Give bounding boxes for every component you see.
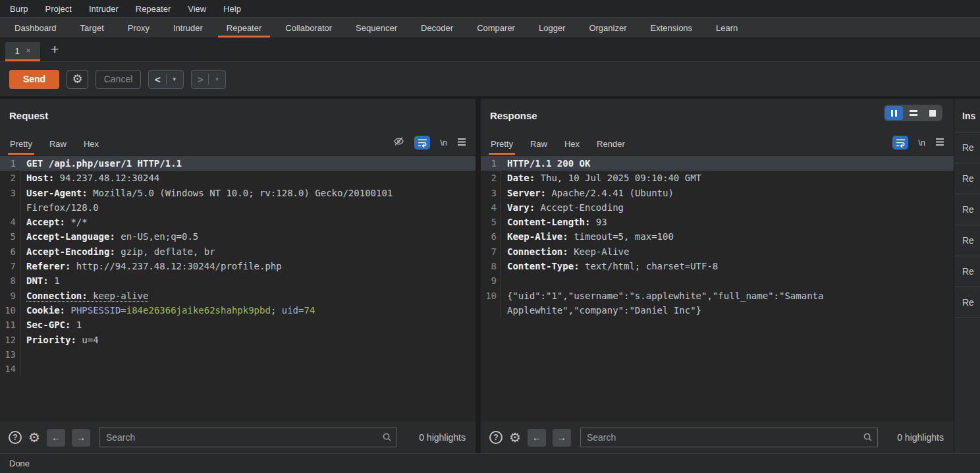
inspector-section-5[interactable]: Re — [954, 256, 980, 287]
menu-item-burp[interactable]: Burp — [1, 4, 36, 14]
next-match-button[interactable]: → — [553, 429, 571, 447]
tab-dashboard[interactable]: Dashboard — [3, 18, 68, 38]
newline-icon[interactable]: \n — [440, 138, 447, 148]
tab-sequencer[interactable]: Sequencer — [344, 18, 409, 38]
tab-learn[interactable]: Learn — [704, 18, 749, 38]
tab-decoder[interactable]: Decoder — [409, 18, 465, 38]
wrap-lines-icon[interactable] — [414, 136, 430, 150]
layout-columns-button[interactable] — [885, 106, 903, 120]
request-editor[interactable]: 1GET /api.php/user/1 HTTP/1.12Host: 94.2… — [0, 155, 476, 422]
tab-collaborator[interactable]: Collaborator — [273, 18, 344, 38]
dropdown-arrow-icon[interactable]: ▼ — [214, 76, 219, 82]
search-input[interactable] — [580, 428, 878, 447]
inspector-section-2[interactable]: Re — [954, 163, 980, 194]
line-content: Referer: http://94.237.48.12:30244/profi… — [20, 259, 476, 273]
repeater-tab-1[interactable]: 1 × — [5, 42, 40, 61]
gear-icon[interactable]: ⚙ — [509, 431, 521, 444]
request-tab-raw[interactable]: Raw — [41, 134, 75, 155]
line-number: 8 — [481, 259, 501, 273]
forward-button[interactable]: > ▼ — [191, 70, 227, 89]
response-editor[interactable]: 1HTTP/1.1 200 OK2Date: Thu, 10 Jul 2025 … — [481, 155, 954, 422]
back-button[interactable]: < ▼ — [148, 70, 184, 89]
help-icon[interactable]: ? — [9, 431, 22, 444]
line-number: 7 — [481, 244, 501, 259]
close-tab-icon[interactable]: × — [26, 46, 31, 55]
tab-proxy[interactable]: Proxy — [116, 18, 161, 38]
line-number: 7 — [0, 259, 20, 273]
line-content: Cookie: PHPSESSID=i84e26366jaike62shahpk… — [20, 303, 476, 318]
pause-icon — [895, 110, 897, 117]
status-text: Done — [9, 459, 30, 468]
search-box — [580, 428, 878, 447]
code-line: 12Priority: u=4 — [0, 333, 476, 347]
tab-extensions[interactable]: Extensions — [639, 18, 705, 38]
layout-buttons — [884, 105, 942, 121]
highlights-count: 0 highlights — [419, 432, 467, 443]
previous-match-button[interactable]: ← — [528, 429, 546, 447]
menu-icon[interactable] — [457, 137, 466, 149]
tab-comparer[interactable]: Comparer — [465, 18, 527, 38]
repeater-workspace: Request PrettyRawHex — [0, 97, 980, 453]
code-line: 3Server: Apache/2.4.41 (Ubuntu) — [481, 186, 954, 200]
search-input[interactable] — [99, 428, 397, 447]
tab-intruder[interactable]: Intruder — [161, 18, 215, 38]
menu-item-view[interactable]: View — [179, 4, 215, 14]
send-settings-button[interactable]: ⚙ — [67, 70, 88, 89]
response-panel: Response PrettyRawHexRender \n 1HTTP/1.1… — [481, 99, 954, 453]
response-tab-raw[interactable]: Raw — [522, 134, 556, 155]
request-tab-pretty[interactable]: Pretty — [1, 134, 41, 155]
menu-item-intruder[interactable]: Intruder — [80, 4, 127, 14]
layout-rows-button[interactable] — [904, 106, 922, 120]
layout-single-button[interactable] — [923, 106, 941, 120]
code-line: 6Keep-Alive: timeout=5, max=100 — [481, 229, 954, 244]
dropdown-arrow-icon[interactable]: ▼ — [172, 76, 177, 82]
line-number: 9 — [0, 289, 20, 303]
divider — [208, 74, 209, 85]
response-search-bar: ? ⚙ ← → 0 highlights — [481, 422, 954, 453]
cancel-button[interactable]: Cancel — [95, 70, 141, 89]
request-view-tabs: PrettyRawHex \n — [0, 132, 476, 155]
response-tab-render[interactable]: Render — [588, 134, 634, 155]
menu-item-repeater[interactable]: Repeater — [127, 4, 179, 14]
repeater-tab-bar: 1 × + — [0, 38, 980, 62]
inspector-section-3[interactable]: Re — [954, 194, 980, 225]
tab-target[interactable]: Target — [68, 18, 116, 38]
code-line: 2Date: Thu, 10 Jul 2025 09:10:40 GMT — [481, 171, 954, 185]
tab-organizer[interactable]: Organizer — [577, 18, 638, 38]
hide-nonprinting-icon[interactable] — [393, 136, 404, 150]
response-tab-pretty[interactable]: Pretty — [482, 134, 522, 155]
request-panel-header: Request — [0, 99, 476, 132]
inspector-section-6[interactable]: Re — [954, 287, 980, 318]
tab-logger[interactable]: Logger — [527, 18, 577, 38]
line-number: 2 — [481, 171, 501, 185]
gear-icon[interactable]: ⚙ — [28, 431, 40, 444]
request-tab-hex[interactable]: Hex — [75, 134, 107, 155]
help-icon[interactable]: ? — [489, 431, 503, 444]
menu-item-help[interactable]: Help — [215, 4, 250, 14]
code-line: 9 — [481, 273, 954, 288]
send-button[interactable]: Send — [9, 70, 59, 89]
inspector-section-1[interactable]: Re — [954, 132, 980, 163]
line-content: HTTP/1.1 200 OK — [501, 156, 954, 171]
newline-icon[interactable]: \n — [918, 138, 925, 148]
previous-match-button[interactable]: ← — [47, 429, 65, 447]
response-tab-hex[interactable]: Hex — [556, 134, 588, 155]
main-tab-bar: DashboardTargetProxyIntruderRepeaterColl… — [0, 17, 980, 38]
tab-repeater[interactable]: Repeater — [215, 18, 273, 38]
menu-icon[interactable] — [935, 137, 944, 149]
wrap-lines-icon[interactable] — [892, 136, 908, 150]
panel-divider[interactable] — [476, 97, 481, 453]
line-content: Date: Thu, 10 Jul 2025 09:10:40 GMT — [501, 171, 954, 185]
next-match-button[interactable]: → — [72, 429, 90, 447]
line-content: Keep-Alive: timeout=5, max=100 — [501, 229, 954, 244]
line-content: Vary: Accept-Encoding — [501, 200, 954, 215]
code-line: 5Content-Length: 93 — [481, 215, 954, 229]
line-number: 1 — [0, 156, 20, 171]
square-icon — [929, 110, 936, 117]
new-tab-button[interactable]: + — [51, 42, 59, 57]
menu-item-project[interactable]: Project — [36, 4, 80, 14]
pause-icon — [891, 110, 893, 117]
code-line: 5Accept-Language: en-US,en;q=0.5 — [0, 229, 476, 244]
code-line: 3User-Agent: Mozilla/5.0 (Windows NT 10.… — [0, 186, 476, 215]
inspector-section-4[interactable]: Re — [954, 225, 980, 256]
